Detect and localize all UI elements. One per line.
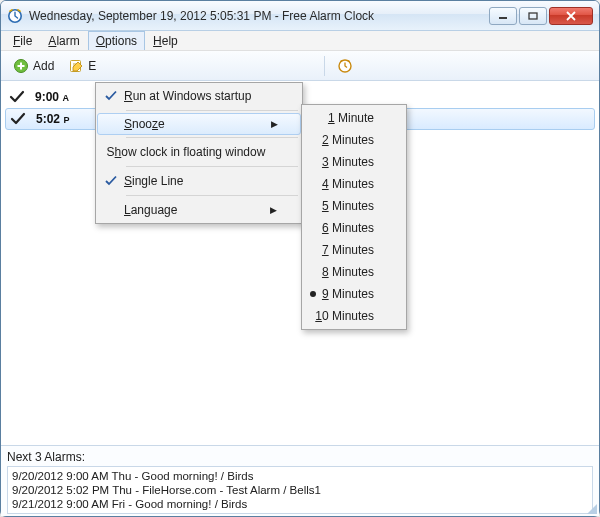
svg-rect-2 <box>529 13 537 19</box>
add-label: Add <box>33 59 54 73</box>
clock-icon <box>337 58 353 74</box>
maximize-button[interactable] <box>519 7 547 25</box>
titlebar[interactable]: Wednesday, September 19, 2012 5:05:31 PM… <box>1 1 599 31</box>
snooze-label: 10 Minutes <box>315 309 384 323</box>
menu-file[interactable]: File <box>5 31 40 50</box>
window-title: Wednesday, September 19, 2012 5:05:31 PM… <box>29 9 489 23</box>
option-language[interactable]: Language ▶ <box>98 199 300 221</box>
status-line: 9/20/2012 5:02 PM Thu - FileHorse.com - … <box>12 483 588 497</box>
menu-alarm[interactable]: Alarm <box>40 31 87 50</box>
checkmark-icon <box>98 90 124 102</box>
snooze-label: 6 Minutes <box>322 221 384 235</box>
content-area: 9:00 A 5:02 P Run at Windows startup Sno… <box>1 81 599 445</box>
status-area: Next 3 Alarms: 9/20/2012 9:00 AM Thu - G… <box>1 445 599 516</box>
check-icon[interactable] <box>10 111 26 127</box>
svg-rect-1 <box>499 17 507 19</box>
snooze-option[interactable]: 5 Minutes <box>304 195 404 217</box>
menu-help[interactable]: Help <box>145 31 186 50</box>
add-button[interactable]: Add <box>7 55 60 77</box>
bullet-icon <box>304 290 322 298</box>
option-label: Single Line <box>124 174 266 188</box>
snooze-label: 3 Minutes <box>322 155 384 169</box>
menu-separator <box>126 110 298 111</box>
option-floating[interactable]: Show clock in floating window <box>98 141 300 163</box>
snooze-label: 5 Minutes <box>322 199 384 213</box>
option-single-line[interactable]: Single Line <box>98 170 300 192</box>
snooze-option[interactable]: 6 Minutes <box>304 217 404 239</box>
option-snooze[interactable]: Snooze ▶ <box>97 113 301 135</box>
alarm-time: 5:02 P <box>36 112 88 126</box>
svg-point-6 <box>310 291 316 297</box>
status-box: 9/20/2012 9:00 AM Thu - Good morning! / … <box>7 466 593 514</box>
submenu-arrow-icon: ▶ <box>266 205 280 215</box>
app-window: Wednesday, September 19, 2012 5:05:31 PM… <box>0 0 600 517</box>
snooze-label: 4 Minutes <box>322 177 384 191</box>
alarm-time: 9:00 A <box>35 90 87 104</box>
option-label: Run at Windows startup <box>124 89 266 103</box>
option-run-startup[interactable]: Run at Windows startup <box>98 85 300 107</box>
status-header: Next 3 Alarms: <box>7 448 593 466</box>
edit-icon <box>68 58 84 74</box>
status-line: 9/21/2012 9:00 AM Fri - Good morning! / … <box>12 497 588 511</box>
menu-separator <box>126 166 298 167</box>
snooze-option[interactable]: 9 Minutes <box>304 283 404 305</box>
option-label: Snooze <box>124 117 267 131</box>
toolbar: Add E <box>1 51 599 81</box>
snooze-option[interactable]: 10 Minutes <box>304 305 404 327</box>
submenu-arrow-icon: ▶ <box>267 119 281 129</box>
edit-label-partial: E <box>88 59 96 73</box>
snooze-option[interactable]: 4 Minutes <box>304 173 404 195</box>
menu-separator <box>126 195 298 196</box>
checkmark-icon <box>98 175 124 187</box>
snooze-submenu: 1 Minute 2 Minutes 3 Minutes 4 Minutes 5… <box>301 104 407 330</box>
minimize-button[interactable] <box>489 7 517 25</box>
snooze-option[interactable]: 3 Minutes <box>304 151 404 173</box>
snooze-option[interactable]: 7 Minutes <box>304 239 404 261</box>
snooze-label: 9 Minutes <box>322 287 384 301</box>
option-label: Language <box>124 203 266 217</box>
snooze-label: 2 Minutes <box>322 133 384 147</box>
snooze-label: 8 Minutes <box>322 265 384 279</box>
menu-separator <box>126 137 298 138</box>
close-button[interactable] <box>549 7 593 25</box>
window-buttons <box>489 7 593 25</box>
edit-button[interactable]: E <box>62 55 102 77</box>
option-label: Show clock in floating window <box>107 145 276 159</box>
snooze-option[interactable]: 8 Minutes <box>304 261 404 283</box>
add-icon <box>13 58 29 74</box>
status-line: 9/20/2012 9:00 AM Thu - Good morning! / … <box>12 469 588 483</box>
toolbar-separator <box>324 56 325 76</box>
snooze-label: 7 Minutes <box>322 243 384 257</box>
resize-grip[interactable] <box>585 502 597 514</box>
menu-options[interactable]: Options <box>88 31 145 50</box>
app-icon <box>7 8 23 24</box>
snooze-option[interactable]: 2 Minutes <box>304 129 404 151</box>
clock-toolbar-button[interactable] <box>331 55 359 77</box>
options-dropdown: Run at Windows startup Snooze ▶ Show clo… <box>95 82 303 224</box>
menubar: File Alarm Options Help <box>1 31 599 51</box>
snooze-option[interactable]: 1 Minute <box>304 107 404 129</box>
check-icon[interactable] <box>9 89 25 105</box>
snooze-label: 1 Minute <box>328 111 384 125</box>
